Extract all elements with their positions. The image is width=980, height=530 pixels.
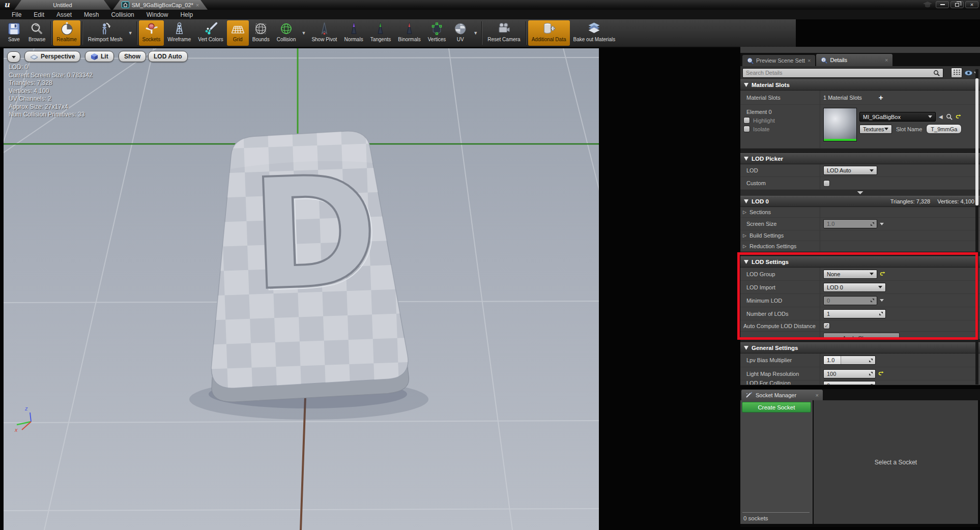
slot-name-field[interactable]: T_9mmGa bbox=[926, 124, 962, 134]
minimize-button[interactable] bbox=[936, 1, 949, 8]
sockets-button[interactable]: Sockets bbox=[139, 20, 164, 46]
menu-file[interactable]: File bbox=[6, 11, 27, 18]
reduction-settings-row[interactable]: ▷ Reduction Settings bbox=[740, 241, 980, 252]
reset-to-default-icon[interactable] bbox=[880, 271, 886, 277]
advanced-expander[interactable] bbox=[740, 190, 980, 196]
additional-data-button[interactable]: Additional Data bbox=[528, 20, 570, 46]
window-tab-untitled[interactable]: Untitled bbox=[14, 0, 111, 10]
bake-out-materials-button[interactable]: Bake out Materials bbox=[570, 20, 619, 46]
tab-close-icon[interactable]: × bbox=[885, 57, 888, 63]
menu-mesh[interactable]: Mesh bbox=[78, 11, 104, 18]
reset-to-default-icon[interactable] bbox=[956, 114, 962, 120]
chevron-down-icon[interactable] bbox=[880, 299, 884, 302]
perspective-icon bbox=[30, 53, 38, 60]
vertices-button[interactable]: Vertices bbox=[424, 20, 450, 46]
perspective-button[interactable]: Perspective bbox=[24, 51, 80, 62]
window-controls: × bbox=[936, 1, 978, 8]
material-thumbnail[interactable] bbox=[823, 108, 857, 141]
restore-button[interactable] bbox=[950, 1, 964, 8]
auto-compute-lod-checkbox[interactable]: ✓ bbox=[823, 322, 830, 329]
show-button[interactable]: Show bbox=[119, 51, 146, 62]
add-material-slot-button[interactable]: + bbox=[879, 93, 883, 102]
sections-row[interactable]: ▷ Sections bbox=[740, 207, 980, 218]
number-of-lods-field[interactable]: 1 bbox=[823, 309, 886, 318]
minimum-lod-field[interactable]: 0 bbox=[823, 296, 877, 305]
textures-dropdown[interactable]: Textures bbox=[859, 125, 892, 134]
bounds-button[interactable]: Bounds bbox=[249, 20, 273, 46]
search-input[interactable] bbox=[742, 68, 943, 78]
window-tab-asset[interactable]: SM_9GaBigBoxCap_02* × bbox=[113, 0, 208, 10]
lightmap-resolution-label: Light Map Resolution bbox=[740, 367, 820, 380]
collision-dropdown-icon[interactable]: ▼ bbox=[299, 31, 308, 36]
details-scrollbar[interactable] bbox=[975, 69, 978, 385]
build-settings-row[interactable]: ▷ Build Settings bbox=[740, 230, 980, 241]
tab-close-icon[interactable]: × bbox=[808, 57, 811, 64]
collision-button[interactable]: Collision bbox=[273, 20, 300, 46]
show-pivot-button[interactable]: Show Pivot bbox=[308, 20, 340, 46]
lod-import-row: LOD Import LOD 0 bbox=[740, 281, 980, 294]
tab-details[interactable]: i Details × bbox=[816, 54, 892, 66]
screen-size-field[interactable]: 1.0 bbox=[823, 219, 877, 228]
tab-preview-scene-settings[interactable]: i Preview Scene Sett × bbox=[742, 55, 815, 66]
section-header-general-settings[interactable]: General Settings bbox=[740, 342, 980, 354]
reset-to-default-icon[interactable] bbox=[878, 371, 884, 377]
expand-arrow-icon bbox=[744, 346, 748, 350]
lod-import-dropdown[interactable]: LOD 0 bbox=[823, 283, 886, 292]
collapsed-arrow-icon: ▷ bbox=[743, 244, 746, 249]
lod-dropdown[interactable]: LOD Auto bbox=[823, 166, 877, 175]
wireframe-button[interactable]: Wireframe bbox=[164, 20, 194, 46]
grid-button[interactable]: Grid bbox=[227, 20, 249, 46]
reimport-mesh-dropdown-icon[interactable]: ▼ bbox=[126, 31, 135, 36]
uv-button[interactable]: UV bbox=[449, 20, 471, 46]
create-socket-button[interactable]: Create Socket bbox=[742, 402, 811, 413]
property-matrix-button[interactable] bbox=[951, 68, 962, 78]
save-button[interactable]: Save bbox=[3, 20, 25, 46]
isolate-checkbox[interactable] bbox=[743, 126, 750, 132]
lit-button[interactable]: Lit bbox=[85, 51, 114, 62]
menu-collision[interactable]: Collision bbox=[105, 11, 139, 18]
lightmap-resolution-field[interactable]: 100 bbox=[823, 369, 876, 378]
tangents-button[interactable]: Tangents bbox=[367, 20, 395, 46]
socket-list-panel: Create Socket 0 sockets bbox=[740, 400, 813, 524]
apply-changes-button[interactable]: Apply Changes bbox=[823, 333, 900, 339]
tab-socket-manager[interactable]: Socket Manager × bbox=[741, 390, 823, 400]
reimport-mesh-button[interactable]: Reimport Mesh bbox=[84, 20, 126, 46]
menu-edit[interactable]: Edit bbox=[28, 11, 50, 18]
tab-close-icon[interactable]: × bbox=[816, 392, 819, 398]
chevron-down-icon[interactable] bbox=[880, 223, 884, 225]
browse-to-asset-icon[interactable] bbox=[946, 113, 953, 120]
scrollbar-thumb[interactable] bbox=[975, 78, 978, 205]
section-header-lod-picker[interactable]: LOD Picker bbox=[740, 153, 980, 164]
reset-camera-button[interactable]: Reset Camera bbox=[484, 20, 524, 46]
section-header-lod-settings[interactable]: LOD Settings bbox=[740, 256, 980, 268]
menu-window[interactable]: Window bbox=[141, 11, 174, 18]
title-bar: u Untitled SM_9GaBigBoxCap_02* × × bbox=[0, 0, 980, 10]
axis-x-label: x bbox=[15, 427, 18, 433]
tab-close-icon[interactable]: × bbox=[196, 2, 199, 8]
material-asset-dropdown[interactable]: MI_9GaBigBox bbox=[859, 112, 936, 122]
vert-colors-button[interactable]: Vert Colors bbox=[194, 20, 226, 46]
lpv-bias-field[interactable]: 1.0 bbox=[823, 356, 876, 365]
uv-dropdown-icon[interactable]: ▼ bbox=[471, 31, 480, 36]
custom-checkbox[interactable] bbox=[823, 180, 830, 187]
reset-camera-icon bbox=[497, 21, 511, 36]
lod-for-collision-field[interactable]: 0 bbox=[823, 381, 876, 385]
tutorial-cap-icon[interactable] bbox=[922, 1, 933, 11]
menu-help[interactable]: Help bbox=[175, 11, 198, 18]
browse-button[interactable]: Browse bbox=[25, 20, 49, 46]
3d-viewport[interactable]: D D Perspective Lit Show LOD Auto LOD: 0… bbox=[4, 48, 599, 530]
realtime-button[interactable]: Realtime bbox=[53, 20, 80, 46]
close-button[interactable]: × bbox=[965, 1, 978, 8]
highlight-checkbox[interactable] bbox=[743, 117, 750, 124]
section-header-lod0[interactable]: LOD 0 Triangles: 7,328 Vertices: 4,100 bbox=[740, 196, 980, 207]
binormals-button[interactable]: Binormals bbox=[394, 20, 424, 46]
section-header-material-slots[interactable]: Material Slots bbox=[740, 79, 980, 91]
sockets-icon bbox=[144, 21, 159, 36]
expand-arrow-icon bbox=[744, 260, 748, 264]
lod-group-dropdown[interactable]: None bbox=[823, 270, 877, 279]
use-selected-asset-icon[interactable]: ◀ bbox=[939, 114, 943, 120]
lod-auto-button[interactable]: LOD Auto bbox=[148, 51, 188, 62]
normals-button[interactable]: Normals bbox=[340, 20, 366, 46]
viewport-options-dropdown[interactable] bbox=[7, 51, 20, 63]
menu-asset[interactable]: Asset bbox=[51, 11, 77, 18]
